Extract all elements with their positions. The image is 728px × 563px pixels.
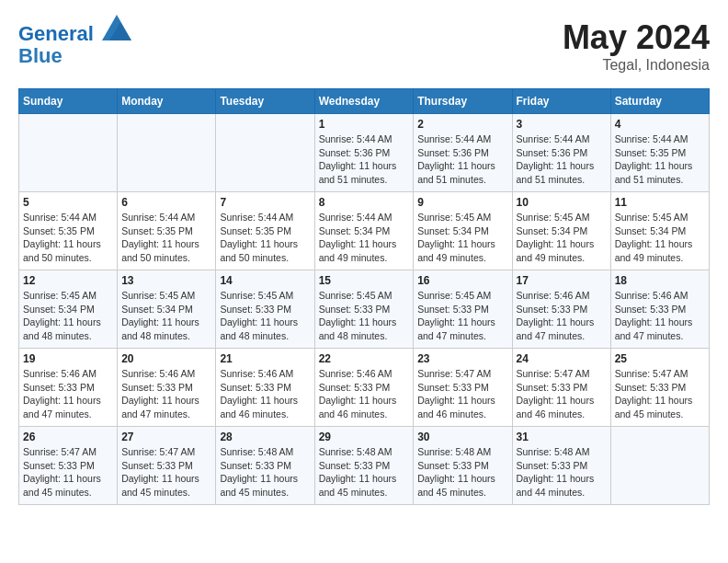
day-info: Sunrise: 5:46 AMSunset: 5:33 PMDaylight:… [615, 289, 705, 343]
day-number: 4 [615, 118, 705, 131]
day-info: Sunrise: 5:45 AMSunset: 5:33 PMDaylight:… [319, 289, 410, 343]
day-number: 3 [517, 118, 607, 131]
day-number: 21 [220, 352, 310, 365]
calendar-cell: 17Sunrise: 5:46 AMSunset: 5:33 PMDayligh… [512, 270, 610, 349]
day-info: Sunrise: 5:45 AMSunset: 5:33 PMDaylight:… [417, 289, 507, 343]
day-number: 5 [23, 196, 113, 209]
day-info: Sunrise: 5:44 AMSunset: 5:34 PMDaylight:… [319, 211, 410, 265]
logo-icon [102, 15, 131, 40]
day-number: 14 [220, 274, 310, 287]
day-number: 16 [417, 274, 507, 287]
day-info: Sunrise: 5:47 AMSunset: 5:33 PMDaylight:… [517, 367, 607, 421]
calendar-cell: 21Sunrise: 5:46 AMSunset: 5:33 PMDayligh… [216, 349, 314, 427]
day-info: Sunrise: 5:46 AMSunset: 5:33 PMDaylight:… [121, 367, 211, 421]
calendar-cell: 19Sunrise: 5:46 AMSunset: 5:33 PMDayligh… [19, 349, 118, 427]
calendar-cell: 1Sunrise: 5:44 AMSunset: 5:36 PMDaylight… [314, 114, 414, 192]
calendar-week-row: 1Sunrise: 5:44 AMSunset: 5:36 PMDaylight… [19, 114, 710, 192]
calendar-cell: 22Sunrise: 5:46 AMSunset: 5:33 PMDayligh… [314, 349, 414, 427]
day-info: Sunrise: 5:45 AMSunset: 5:34 PMDaylight:… [121, 289, 211, 343]
calendar-cell: 6Sunrise: 5:44 AMSunset: 5:35 PMDaylight… [118, 192, 216, 270]
calendar-cell: 28Sunrise: 5:48 AMSunset: 5:33 PMDayligh… [216, 427, 314, 505]
day-info: Sunrise: 5:45 AMSunset: 5:34 PMDaylight:… [615, 211, 705, 265]
calendar-cell [216, 114, 314, 192]
calendar-cell: 5Sunrise: 5:44 AMSunset: 5:35 PMDaylight… [19, 192, 118, 270]
calendar-cell: 14Sunrise: 5:45 AMSunset: 5:33 PMDayligh… [216, 270, 314, 349]
day-info: Sunrise: 5:44 AMSunset: 5:35 PMDaylight:… [220, 211, 310, 265]
day-info: Sunrise: 5:44 AMSunset: 5:36 PMDaylight:… [417, 132, 507, 187]
day-number: 6 [121, 196, 211, 209]
calendar-cell: 18Sunrise: 5:46 AMSunset: 5:33 PMDayligh… [610, 270, 709, 349]
calendar-cell: 20Sunrise: 5:46 AMSunset: 5:33 PMDayligh… [118, 349, 216, 427]
calendar-cell: 3Sunrise: 5:44 AMSunset: 5:36 PMDaylight… [512, 114, 610, 192]
day-number: 26 [23, 431, 113, 443]
day-number: 2 [417, 118, 507, 131]
calendar-cell: 2Sunrise: 5:44 AMSunset: 5:36 PMDaylight… [414, 114, 512, 192]
day-number: 11 [615, 196, 705, 209]
day-info: Sunrise: 5:47 AMSunset: 5:33 PMDaylight:… [417, 367, 507, 421]
weekday-header-friday: Friday [512, 89, 610, 114]
location-subtitle: Tegal, Indonesia [563, 57, 710, 74]
day-number: 9 [417, 196, 507, 209]
calendar-cell: 30Sunrise: 5:48 AMSunset: 5:33 PMDayligh… [414, 427, 512, 505]
weekday-header-sunday: Sunday [19, 89, 118, 114]
calendar-cell: 24Sunrise: 5:47 AMSunset: 5:33 PMDayligh… [512, 349, 610, 427]
month-year-title: May 2024 [563, 18, 710, 57]
day-number: 18 [615, 274, 705, 287]
calendar-cell: 31Sunrise: 5:48 AMSunset: 5:33 PMDayligh… [512, 427, 610, 505]
calendar-week-row: 26Sunrise: 5:47 AMSunset: 5:33 PMDayligh… [19, 427, 710, 505]
day-number: 12 [23, 274, 113, 287]
calendar-cell: 8Sunrise: 5:44 AMSunset: 5:34 PMDaylight… [314, 192, 414, 270]
calendar-cell [118, 114, 216, 192]
day-info: Sunrise: 5:47 AMSunset: 5:33 PMDaylight:… [615, 367, 705, 421]
calendar-cell: 10Sunrise: 5:45 AMSunset: 5:34 PMDayligh… [512, 192, 610, 270]
day-number: 28 [220, 431, 310, 443]
calendar-cell [610, 427, 709, 505]
calendar-cell: 13Sunrise: 5:45 AMSunset: 5:34 PMDayligh… [118, 270, 216, 349]
day-number: 30 [417, 431, 507, 443]
day-info: Sunrise: 5:48 AMSunset: 5:33 PMDaylight:… [220, 445, 310, 500]
day-number: 31 [517, 431, 607, 443]
day-info: Sunrise: 5:48 AMSunset: 5:33 PMDaylight:… [319, 445, 410, 500]
day-number: 24 [517, 352, 607, 365]
calendar-table: SundayMondayTuesdayWednesdayThursdayFrid… [18, 88, 710, 505]
weekday-header-thursday: Thursday [414, 89, 512, 114]
day-info: Sunrise: 5:45 AMSunset: 5:33 PMDaylight:… [220, 289, 310, 343]
day-number: 29 [319, 431, 410, 443]
day-info: Sunrise: 5:45 AMSunset: 5:34 PMDaylight:… [417, 211, 507, 265]
calendar-cell: 23Sunrise: 5:47 AMSunset: 5:33 PMDayligh… [414, 349, 512, 427]
calendar-cell: 7Sunrise: 5:44 AMSunset: 5:35 PMDaylight… [216, 192, 314, 270]
calendar-cell: 4Sunrise: 5:44 AMSunset: 5:35 PMDaylight… [610, 114, 709, 192]
calendar-week-row: 12Sunrise: 5:45 AMSunset: 5:34 PMDayligh… [19, 270, 710, 349]
calendar-cell: 29Sunrise: 5:48 AMSunset: 5:33 PMDayligh… [314, 427, 414, 505]
title-block: May 2024 Tegal, Indonesia [563, 18, 710, 74]
day-number: 1 [319, 118, 410, 131]
calendar-week-row: 5Sunrise: 5:44 AMSunset: 5:35 PMDaylight… [19, 192, 710, 270]
day-info: Sunrise: 5:47 AMSunset: 5:33 PMDaylight:… [23, 445, 113, 500]
calendar-cell: 15Sunrise: 5:45 AMSunset: 5:33 PMDayligh… [314, 270, 414, 349]
day-number: 17 [517, 274, 607, 287]
day-info: Sunrise: 5:44 AMSunset: 5:35 PMDaylight:… [615, 132, 705, 187]
day-info: Sunrise: 5:45 AMSunset: 5:34 PMDaylight:… [517, 211, 607, 265]
logo-general: General [18, 22, 94, 45]
day-number: 13 [121, 274, 211, 287]
calendar-week-row: 19Sunrise: 5:46 AMSunset: 5:33 PMDayligh… [19, 349, 710, 427]
day-number: 7 [220, 196, 310, 209]
day-info: Sunrise: 5:46 AMSunset: 5:33 PMDaylight:… [517, 289, 607, 343]
day-info: Sunrise: 5:44 AMSunset: 5:35 PMDaylight:… [23, 211, 113, 265]
day-number: 20 [121, 352, 211, 365]
day-number: 22 [319, 352, 410, 365]
day-info: Sunrise: 5:44 AMSunset: 5:35 PMDaylight:… [121, 211, 211, 265]
logo: General Blue [18, 18, 131, 67]
day-info: Sunrise: 5:44 AMSunset: 5:36 PMDaylight:… [319, 132, 410, 187]
weekday-header-row: SundayMondayTuesdayWednesdayThursdayFrid… [19, 89, 710, 114]
day-number: 10 [517, 196, 607, 209]
day-number: 15 [319, 274, 410, 287]
day-info: Sunrise: 5:44 AMSunset: 5:36 PMDaylight:… [517, 132, 607, 187]
weekday-header-wednesday: Wednesday [314, 89, 414, 114]
logo-text: General [18, 18, 131, 45]
calendar-cell: 11Sunrise: 5:45 AMSunset: 5:34 PMDayligh… [610, 192, 709, 270]
calendar-cell: 26Sunrise: 5:47 AMSunset: 5:33 PMDayligh… [19, 427, 118, 505]
calendar-cell: 16Sunrise: 5:45 AMSunset: 5:33 PMDayligh… [414, 270, 512, 349]
calendar-cell: 9Sunrise: 5:45 AMSunset: 5:34 PMDaylight… [414, 192, 512, 270]
logo-blue: Blue [18, 45, 131, 67]
